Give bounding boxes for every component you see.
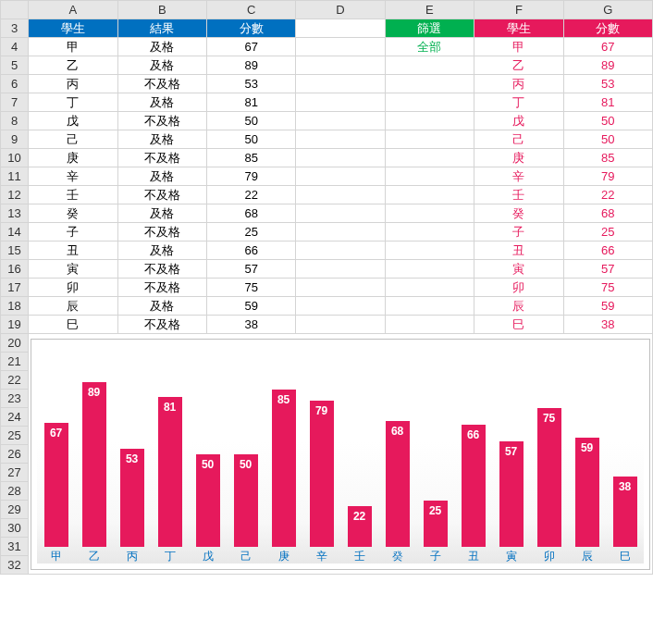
cell-score-right[interactable]: 57 bbox=[563, 260, 652, 279]
cell-score[interactable]: 85 bbox=[206, 149, 295, 167]
col-header[interactable]: D bbox=[296, 1, 385, 19]
cell-score-right[interactable]: 22 bbox=[563, 186, 652, 204]
cell-filter-value[interactable] bbox=[385, 297, 474, 316]
cell-score-right[interactable]: 89 bbox=[563, 56, 652, 75]
cell-filter-value[interactable] bbox=[385, 149, 474, 167]
cell-student-right[interactable]: 丙 bbox=[474, 75, 563, 93]
row-header[interactable]: 9 bbox=[1, 130, 29, 149]
cell-student-right[interactable]: 庚 bbox=[474, 149, 563, 167]
cell-score-right[interactable]: 75 bbox=[563, 279, 652, 297]
cell-score[interactable]: 75 bbox=[206, 279, 295, 297]
cell-student-right[interactable]: 丁 bbox=[474, 93, 563, 112]
row-header[interactable]: 12 bbox=[1, 186, 29, 204]
cell-score[interactable]: 81 bbox=[206, 93, 295, 112]
cell-student-right[interactable]: 己 bbox=[474, 130, 563, 149]
cell-student-right[interactable]: 壬 bbox=[474, 186, 563, 204]
cell[interactable] bbox=[296, 93, 385, 112]
cell-student-right[interactable]: 子 bbox=[474, 223, 563, 242]
cell-student-right[interactable]: 卯 bbox=[474, 279, 563, 297]
cell-score-right[interactable]: 38 bbox=[563, 316, 652, 334]
cell-student[interactable]: 寅 bbox=[29, 260, 117, 279]
cell-filter-value[interactable] bbox=[385, 93, 474, 112]
cell-score-right[interactable]: 68 bbox=[563, 204, 652, 223]
cell[interactable] bbox=[296, 75, 385, 93]
row-header[interactable]: 8 bbox=[1, 112, 29, 130]
cell-student-right[interactable]: 甲 bbox=[474, 38, 563, 56]
cell-filter-value[interactable] bbox=[385, 186, 474, 204]
col-header[interactable]: B bbox=[117, 1, 206, 19]
cell-result[interactable]: 及格 bbox=[117, 56, 206, 75]
cell-score-right[interactable]: 25 bbox=[563, 223, 652, 242]
cell[interactable] bbox=[296, 112, 385, 130]
cell-student-right[interactable]: 巳 bbox=[474, 316, 563, 334]
cell-student-right[interactable]: 辰 bbox=[474, 297, 563, 316]
cell-student[interactable]: 巳 bbox=[29, 316, 117, 334]
row-header[interactable]: 13 bbox=[1, 204, 29, 223]
cell-result[interactable]: 及格 bbox=[117, 242, 206, 260]
cell-result[interactable]: 不及格 bbox=[117, 186, 206, 204]
row-header[interactable]: 24 bbox=[1, 408, 29, 427]
cell-filter-value[interactable] bbox=[385, 316, 474, 334]
row-header[interactable]: 16 bbox=[1, 260, 29, 279]
cell-filter-value[interactable] bbox=[385, 130, 474, 149]
cell[interactable] bbox=[296, 56, 385, 75]
cell-score-right[interactable]: 50 bbox=[563, 112, 652, 130]
cell-score[interactable]: 38 bbox=[206, 316, 295, 334]
cell-filter-value[interactable] bbox=[385, 279, 474, 297]
cell-score-right[interactable]: 79 bbox=[563, 167, 652, 186]
cell-student-right[interactable]: 丑 bbox=[474, 242, 563, 260]
col-header[interactable]: A bbox=[29, 1, 117, 19]
row-header[interactable]: 6 bbox=[1, 75, 29, 93]
header-student[interactable]: 學生 bbox=[29, 19, 117, 38]
cell-result[interactable]: 不及格 bbox=[117, 149, 206, 167]
cell-student-right[interactable]: 寅 bbox=[474, 260, 563, 279]
cell-score[interactable]: 68 bbox=[206, 204, 295, 223]
col-header[interactable]: E bbox=[385, 1, 474, 19]
row-header[interactable]: 23 bbox=[1, 390, 29, 408]
col-header[interactable]: C bbox=[206, 1, 295, 19]
cell-student[interactable]: 戊 bbox=[29, 112, 117, 130]
bar-chart[interactable]: 67 89 53 81 50 50 85 bbox=[31, 339, 650, 570]
row-header[interactable]: 26 bbox=[1, 445, 29, 464]
col-header[interactable]: G bbox=[563, 1, 652, 19]
cell[interactable] bbox=[296, 130, 385, 149]
cell[interactable] bbox=[296, 242, 385, 260]
cell-filter-value[interactable] bbox=[385, 56, 474, 75]
cell-score[interactable]: 57 bbox=[206, 260, 295, 279]
cell-score[interactable]: 50 bbox=[206, 130, 295, 149]
cell-student[interactable]: 子 bbox=[29, 223, 117, 242]
cell-score-right[interactable]: 81 bbox=[563, 93, 652, 112]
cell-score-right[interactable]: 53 bbox=[563, 75, 652, 93]
header-score-right[interactable]: 分數 bbox=[563, 19, 652, 38]
row-header[interactable]: 20 bbox=[1, 334, 29, 353]
row-header[interactable]: 30 bbox=[1, 519, 29, 538]
cell[interactable] bbox=[296, 204, 385, 223]
cell-student-right[interactable]: 癸 bbox=[474, 204, 563, 223]
cell-filter-value[interactable]: 全部 bbox=[385, 38, 474, 56]
row-header[interactable]: 25 bbox=[1, 427, 29, 445]
cell-result[interactable]: 不及格 bbox=[117, 223, 206, 242]
cell-score[interactable]: 59 bbox=[206, 297, 295, 316]
cell-filter-value[interactable] bbox=[385, 167, 474, 186]
row-header[interactable]: 14 bbox=[1, 223, 29, 242]
spreadsheet-grid[interactable]: A B C D E F G 3學生結果分數篩選學生分數4甲及格67全部甲675乙… bbox=[0, 0, 653, 575]
cell-student-right[interactable]: 戊 bbox=[474, 112, 563, 130]
cell-result[interactable]: 不及格 bbox=[117, 75, 206, 93]
cell[interactable] bbox=[296, 167, 385, 186]
cell-result[interactable]: 及格 bbox=[117, 130, 206, 149]
cell-score-right[interactable]: 85 bbox=[563, 149, 652, 167]
cell[interactable] bbox=[296, 223, 385, 242]
row-header[interactable]: 18 bbox=[1, 297, 29, 316]
row-header[interactable]: 21 bbox=[1, 353, 29, 371]
cell[interactable] bbox=[296, 297, 385, 316]
cell-score-right[interactable]: 59 bbox=[563, 297, 652, 316]
cell-score[interactable]: 22 bbox=[206, 186, 295, 204]
cell[interactable] bbox=[296, 316, 385, 334]
cell-score[interactable]: 89 bbox=[206, 56, 295, 75]
cell[interactable] bbox=[296, 279, 385, 297]
header-filter[interactable]: 篩選 bbox=[385, 19, 474, 38]
cell-filter-value[interactable] bbox=[385, 112, 474, 130]
cell-score[interactable]: 79 bbox=[206, 167, 295, 186]
col-header[interactable]: F bbox=[474, 1, 563, 19]
row-header[interactable]: 19 bbox=[1, 316, 29, 334]
